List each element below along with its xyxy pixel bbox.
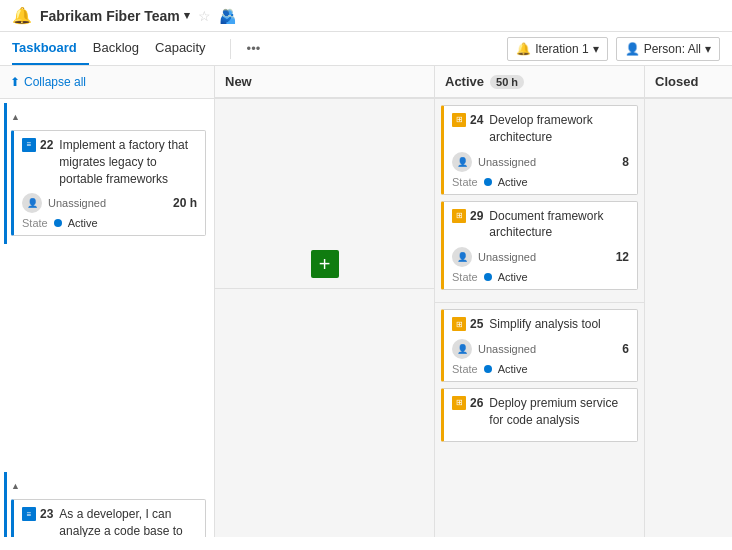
person-filter-label: Person: All: [644, 42, 701, 56]
add-person-icon[interactable]: 🫂: [219, 8, 236, 24]
state-label-static-25: State: [452, 363, 478, 375]
wi-card-24[interactable]: ⊞ 24 Develop framework architecture 👤 Un…: [441, 105, 638, 195]
col-new-label: New: [225, 74, 252, 89]
wi-effort-24: 8: [622, 155, 629, 169]
wi-id-26: 26: [470, 395, 483, 412]
wi-title-26: Deploy premium service for code analysis: [489, 395, 629, 429]
wi-effort-22: 20 h: [173, 196, 197, 210]
new-col-group2-area: [215, 289, 434, 537]
active-group2-area: ⊞ 25 Simplify analysis tool 👤 Unassigned…: [435, 303, 644, 453]
wi-id-29: 29: [470, 208, 483, 225]
person-filter-icon: 👤: [625, 42, 640, 56]
new-column: +: [215, 99, 435, 537]
wi-type-icon-23: ≡: [22, 507, 36, 521]
group-spacer-1: [0, 248, 214, 468]
person-filter[interactable]: 👤 Person: All ▾: [616, 37, 720, 61]
wi-title-25: Simplify analysis tool: [489, 316, 600, 333]
add-card-button-new[interactable]: +: [311, 250, 339, 278]
wi-card-25-meta: 👤 Unassigned 6: [452, 339, 629, 359]
iteration-picker[interactable]: 🔔 Iteration 1 ▾: [507, 37, 607, 61]
active-group1-area: ⊞ 24 Develop framework architecture 👤 Un…: [435, 99, 644, 303]
state-dot-24: [484, 178, 492, 186]
wi-title-24: Develop framework architecture: [489, 112, 629, 146]
wi-state-row-29: State Active: [452, 271, 629, 283]
iteration-chevron-icon: ▾: [593, 42, 599, 56]
state-value-22: Active: [68, 217, 98, 229]
wi-effort-25: 6: [622, 342, 629, 356]
team-name[interactable]: Fabrikam Fiber Team ▾: [40, 8, 190, 24]
wi-card-22[interactable]: ≡ 22 Implement a factory that migrates l…: [11, 130, 206, 236]
wi-title-23: As a developer, I can analyze a code bas…: [59, 506, 197, 537]
wi-card-29[interactable]: ⊞ 29 Document framework architecture 👤 U…: [441, 201, 638, 291]
collapse-all-label: Collapse all: [24, 75, 86, 89]
state-dot-29: [484, 273, 492, 281]
team-icon: 🔔: [12, 6, 32, 25]
favorite-icon[interactable]: ☆: [198, 8, 211, 24]
nav-capacity[interactable]: Capacity: [155, 32, 218, 65]
state-value-24: Active: [498, 176, 528, 188]
nav-right: 🔔 Iteration 1 ▾ 👤 Person: All ▾: [507, 37, 720, 61]
active-column: ⊞ 24 Develop framework architecture 👤 Un…: [435, 99, 645, 537]
collapse-all-icon: ⬆: [10, 75, 20, 89]
avatar-25: 👤: [452, 339, 472, 359]
closed-column: [645, 99, 732, 537]
col-header-new: New: [215, 66, 435, 98]
wi-id-25: 25: [470, 316, 483, 333]
wi-card-23[interactable]: ≡ 23 As a developer, I can analyze a cod…: [11, 499, 206, 537]
nav-backlog[interactable]: Backlog: [93, 32, 151, 65]
sprint-group-2-collapse-icon[interactable]: ▲: [11, 481, 20, 491]
wi-effort-29: 12: [616, 250, 629, 264]
sprint-column: ▲ ≡ 22 Implement a factory that migrates…: [0, 99, 215, 537]
state-label-static-29: State: [452, 271, 478, 283]
new-col-group1-area: +: [215, 99, 434, 289]
nav-more-button[interactable]: •••: [239, 33, 269, 64]
person-filter-chevron-icon: ▾: [705, 42, 711, 56]
wi-state-row-22: State Active: [22, 217, 197, 229]
board-body: ▲ ≡ 22 Implement a factory that migrates…: [0, 99, 732, 537]
nav-taskboard[interactable]: Taskboard: [12, 32, 89, 65]
wi-id-24: 24: [470, 112, 483, 129]
state-label-static-22: State: [22, 217, 48, 229]
wi-assignee-29: Unassigned: [478, 251, 610, 263]
nav-separator: [230, 39, 231, 59]
wi-card-24-meta: 👤 Unassigned 8: [452, 152, 629, 172]
wi-type-icon-25: ⊞: [452, 317, 466, 331]
active-effort-badge: 50 h: [490, 75, 524, 89]
wi-card-24-title-row: ⊞ 24 Develop framework architecture: [452, 112, 629, 146]
wi-card-29-title-row: ⊞ 29 Document framework architecture: [452, 208, 629, 242]
wi-card-26[interactable]: ⊞ 26 Deploy premium service for code ana…: [441, 388, 638, 442]
wi-type-icon-26: ⊞: [452, 396, 466, 410]
col-header-closed: Closed: [645, 66, 732, 98]
sprint-group-1-header: ▲: [7, 107, 210, 126]
avatar-24: 👤: [452, 152, 472, 172]
board-header-row: ⬆ Collapse all New Active 50 h Closed: [0, 66, 732, 99]
collapse-all-button[interactable]: ⬆ Collapse all: [10, 75, 86, 89]
nav-bar: Taskboard Backlog Capacity ••• 🔔 Iterati…: [0, 32, 732, 66]
wi-type-icon-22: ≡: [22, 138, 36, 152]
wi-id-22: 22: [40, 137, 53, 154]
state-value-25: Active: [498, 363, 528, 375]
avatar-22: 👤: [22, 193, 42, 213]
wi-assignee-25: Unassigned: [478, 343, 616, 355]
col-active-label: Active: [445, 74, 484, 89]
wi-id-23: 23: [40, 506, 53, 523]
wi-card-25-title-row: ⊞ 25 Simplify analysis tool: [452, 316, 629, 333]
col-header-active: Active 50 h: [435, 66, 645, 98]
sprint-col-header: ⬆ Collapse all: [0, 66, 215, 98]
wi-title-29: Document framework architecture: [489, 208, 629, 242]
wi-title-22: Implement a factory that migrates legacy…: [59, 137, 197, 187]
wi-card-29-meta: 👤 Unassigned 12: [452, 247, 629, 267]
top-bar: 🔔 Fabrikam Fiber Team ▾ ☆ 🫂: [0, 0, 732, 32]
iteration-label: Iteration 1: [535, 42, 588, 56]
iteration-icon: 🔔: [516, 42, 531, 56]
sprint-group-1: ▲ ≡ 22 Implement a factory that migrates…: [4, 103, 210, 244]
state-dot-22: [54, 219, 62, 227]
sprint-group-1-collapse-icon[interactable]: ▲: [11, 112, 20, 122]
wi-state-row-25: State Active: [452, 363, 629, 375]
wi-card-25[interactable]: ⊞ 25 Simplify analysis tool 👤 Unassigned…: [441, 309, 638, 382]
wi-card-26-title-row: ⊞ 26 Deploy premium service for code ana…: [452, 395, 629, 429]
avatar-29: 👤: [452, 247, 472, 267]
wi-card-23-title-row: ≡ 23 As a developer, I can analyze a cod…: [22, 506, 197, 537]
wi-type-icon-29: ⊞: [452, 209, 466, 223]
state-label-static-24: State: [452, 176, 478, 188]
